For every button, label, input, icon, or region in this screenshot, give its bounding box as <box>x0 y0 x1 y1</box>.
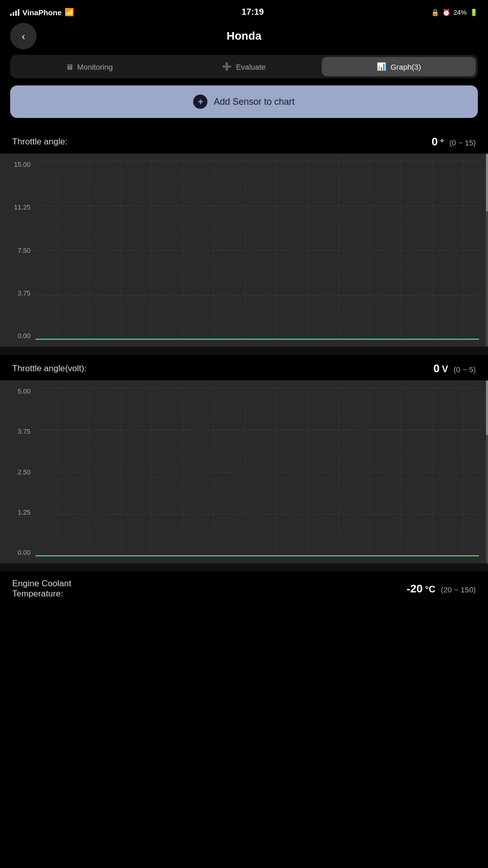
add-sensor-label: Add Sensor to chart <box>214 97 294 107</box>
chart-throttle-angle: 15.00 11.25 7.50 3.75 0.00 <box>0 154 488 347</box>
tab-monitoring-label: Monitoring <box>77 63 113 71</box>
battery-icon: 🔋 <box>470 9 478 16</box>
signal-bars-icon <box>10 9 19 16</box>
chart-grid-0 <box>36 161 481 340</box>
sensor-value-engine-coolant: -20 °C (20 ~ 150) <box>407 582 476 595</box>
scrollbar-0[interactable] <box>486 154 488 347</box>
sensor-name-throttle-volt: Throttle angle(volt): <box>12 364 86 374</box>
sensor-block-throttle-volt: Throttle angle(volt): 0 V (0 ~ 5) 5.00 3… <box>0 355 488 563</box>
sensor-value-throttle-volt: 0 V (0 ~ 5) <box>433 362 476 375</box>
chart-divider-2 <box>0 563 488 572</box>
y-label-0-2: 7.50 <box>0 247 30 254</box>
sensor-block-throttle-angle: Throttle angle: 0 ° (0 ~ 15) 15.00 11.25… <box>0 128 488 347</box>
battery-percent: 24% <box>453 9 467 16</box>
tabs-container: 🖥 Monitoring ➕ Evaluate 📊 Graph(3) <box>10 55 478 78</box>
scrollbar-thumb-1 <box>486 380 488 435</box>
status-right: 🔒 ⏰ 24% 🔋 <box>431 9 478 16</box>
y-label-1-4: 0.00 <box>0 549 30 556</box>
sensor-val-unit-1: V <box>442 364 448 374</box>
chart-divider-1 <box>0 347 488 355</box>
scrollbar-thumb-0 <box>486 154 488 212</box>
add-sensor-button[interactable]: + Add Sensor to chart <box>10 85 478 118</box>
sensor-name-engine-coolant: Engine CoolantTemperature: <box>12 579 71 599</box>
sensor-header-throttle-angle: Throttle angle: 0 ° (0 ~ 15) <box>0 128 488 154</box>
scrollbar-1[interactable] <box>486 380 488 563</box>
carrier-name: VinaPhone <box>22 8 62 17</box>
sensor-val-range-2: (20 ~ 150) <box>441 585 476 594</box>
tab-graph[interactable]: 📊 Graph(3) <box>322 57 476 76</box>
status-time: 17:19 <box>241 7 263 17</box>
tab-graph-label: Graph(3) <box>390 63 421 71</box>
sensor-val-unit-0: ° <box>440 137 444 147</box>
y-label-0-4: 0.00 <box>0 332 30 340</box>
page-title: Honda <box>227 29 261 43</box>
bar-chart-icon: 📊 <box>377 62 386 71</box>
sensor-header-engine-coolant: Engine CoolantTemperature: -20 °C (20 ~ … <box>0 572 488 604</box>
tab-evaluate[interactable]: ➕ Evaluate <box>167 57 321 76</box>
y-label-1-2: 2.50 <box>0 468 30 476</box>
y-label-0-1: 11.25 <box>0 203 30 211</box>
sensor-val-unit-2: °C <box>425 584 435 594</box>
y-label-0-3: 3.75 <box>0 289 30 297</box>
wifi-icon: 📶 <box>65 8 74 17</box>
tab-evaluate-label: Evaluate <box>236 63 265 71</box>
sensor-block-engine-coolant: Engine CoolantTemperature: -20 °C (20 ~ … <box>0 572 488 604</box>
sensor-val-number-2: -20 <box>407 582 423 595</box>
chart-line-1 <box>36 555 479 556</box>
sensor-val-number-0: 0 <box>432 135 438 148</box>
chart-y-labels-0: 15.00 11.25 7.50 3.75 0.00 <box>0 154 36 347</box>
sensor-val-range-0: (0 ~ 15) <box>449 138 476 147</box>
plus-square-icon: ➕ <box>222 62 232 71</box>
chart-grid-1 <box>36 387 481 556</box>
y-label-1-3: 1.25 <box>0 508 30 516</box>
chart-throttle-volt: 5.00 3.75 2.50 1.25 0.00 <box>0 380 488 563</box>
sensor-value-throttle-angle: 0 ° (0 ~ 15) <box>432 135 476 148</box>
alarm-icon: ⏰ <box>442 9 450 16</box>
monitor-icon: 🖥 <box>66 63 73 71</box>
chart-line-0 <box>36 339 479 340</box>
status-left: VinaPhone 📶 <box>10 8 74 17</box>
sensor-val-number-1: 0 <box>433 362 439 375</box>
sensor-header-throttle-volt: Throttle angle(volt): 0 V (0 ~ 5) <box>0 355 488 380</box>
lock-icon: 🔒 <box>431 9 439 16</box>
y-label-1-1: 3.75 <box>0 428 30 435</box>
tab-monitoring[interactable]: 🖥 Monitoring <box>12 57 166 76</box>
y-label-1-0: 5.00 <box>0 387 30 395</box>
status-bar: VinaPhone 📶 17:19 🔒 ⏰ 24% 🔋 <box>0 0 488 22</box>
chart-y-labels-1: 5.00 3.75 2.50 1.25 0.00 <box>0 380 36 563</box>
sensor-val-range-1: (0 ~ 5) <box>453 365 476 374</box>
back-chevron-icon: ‹ <box>22 31 25 42</box>
y-label-0-0: 15.00 <box>0 161 30 168</box>
sensor-name-throttle-angle: Throttle angle: <box>12 137 68 147</box>
add-sensor-plus-icon: + <box>193 95 207 109</box>
header: ‹ Honda <box>0 22 488 50</box>
back-button[interactable]: ‹ <box>10 23 37 49</box>
